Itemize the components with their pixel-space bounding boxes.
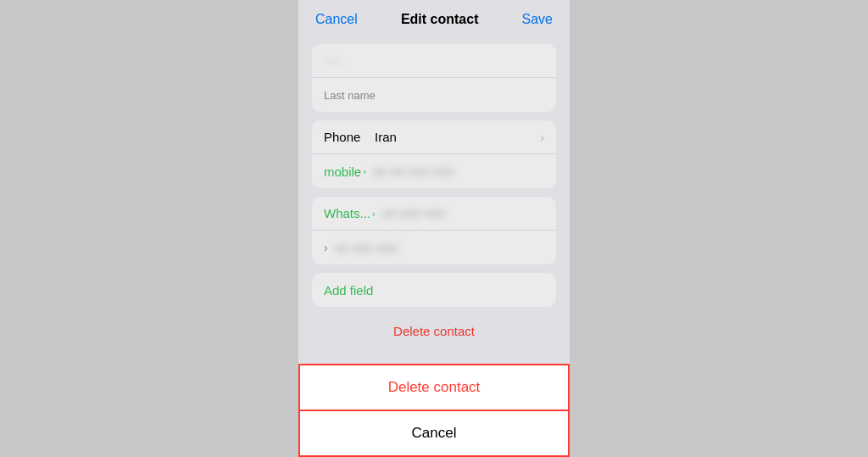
whatsapp-label[interactable]: Whats...	[324, 206, 370, 220]
logo-sq-2	[322, 428, 331, 437]
phone-card: Phone Iran › mobile › ## ## ### ###	[312, 120, 556, 188]
phone-mobile-row[interactable]: mobile › ## ## ### ###	[312, 154, 556, 188]
last-name-label-row: Last name	[312, 78, 556, 112]
page-title: Edit contact	[401, 12, 479, 27]
delete-contact-button[interactable]: Delete contact	[298, 364, 570, 411]
numberland-logo	[312, 428, 331, 447]
watermark-fa-label: نامبرلند سرویس عبارت تجاری	[336, 439, 409, 446]
last-name-value: ----	[324, 53, 544, 68]
mobile-label[interactable]: mobile	[324, 164, 361, 179]
chevron-right-icon: ›	[540, 131, 544, 144]
whatsapp-card: Whats... › ## ### ### › ## ### ###	[312, 197, 556, 265]
logo-sq-4	[322, 438, 331, 447]
phone-frame: Cancel Edit contact Save ---- Last name …	[298, 0, 570, 457]
last-name-card: ---- Last name	[312, 44, 556, 112]
nav-bar: Cancel Edit contact Save	[298, 0, 570, 36]
add-field-button[interactable]: Add field	[324, 283, 373, 298]
save-nav-button[interactable]: Save	[522, 12, 553, 27]
watermark-en-label: NumberLand	[336, 429, 409, 439]
add-field-row[interactable]: Add field	[312, 273, 556, 307]
generic-number: ## ### ###	[335, 241, 544, 255]
mobile-chevron-icon: ›	[363, 166, 366, 176]
whatsapp-number: ## ### ###	[382, 206, 544, 220]
logo-sq-3	[312, 438, 320, 447]
phone-label: Phone	[324, 130, 375, 144]
watermark-text: NumberLand نامبرلند سرویس عبارت تجاری	[336, 429, 409, 446]
generic-row[interactable]: › ## ### ###	[312, 231, 556, 265]
last-name-label: Last name	[324, 89, 376, 102]
last-name-value-row: ----	[312, 44, 556, 78]
whatsapp-chevron-icon: ›	[372, 209, 376, 219]
watermark: NumberLand نامبرلند سرویس عبارت تجاری	[312, 428, 409, 447]
whatsapp-row[interactable]: Whats... › ## ### ###	[312, 197, 556, 231]
add-field-card[interactable]: Add field	[312, 273, 556, 307]
delete-contact-text[interactable]: Delete contact	[312, 315, 556, 343]
logo-sq-1	[312, 428, 320, 437]
phone-number: ## ## ### ###	[373, 164, 544, 179]
phone-country-row[interactable]: Phone Iran ›	[312, 120, 556, 154]
cancel-nav-button[interactable]: Cancel	[315, 12, 358, 27]
generic-chevron-icon: ›	[324, 241, 328, 254]
phone-country: Iran	[375, 130, 540, 144]
